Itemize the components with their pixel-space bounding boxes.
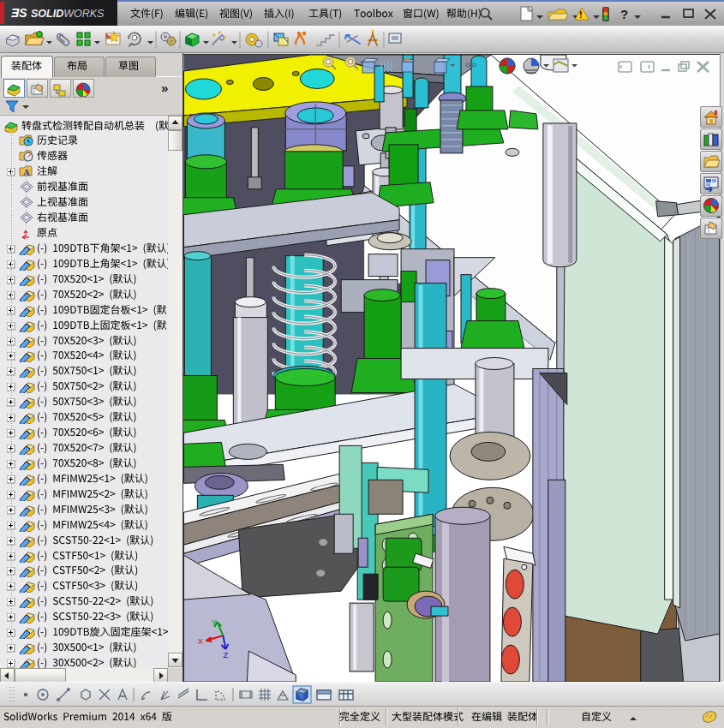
svg-text:?: ? xyxy=(620,7,628,21)
svg-text:X: X xyxy=(197,636,203,646)
svg-text:Y: Y xyxy=(211,618,217,627)
svg-text:!: ! xyxy=(579,9,583,20)
svg-text:Z: Z xyxy=(223,650,228,659)
